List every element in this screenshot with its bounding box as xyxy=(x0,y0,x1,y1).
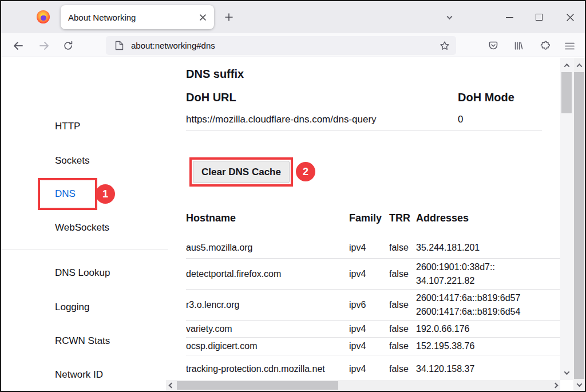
table-row: ocsp.digicert.com ipv4 false 152.195.38.… xyxy=(186,338,561,355)
page-icon xyxy=(115,41,124,50)
cell-addresses: 152.195.38.76 xyxy=(416,339,561,353)
list-all-tabs-button[interactable] xyxy=(441,9,457,25)
sidebar-item-logging[interactable]: Logging xyxy=(55,300,90,314)
cell-addresses: 35.244.181.201 xyxy=(416,241,561,255)
cell-family: ipv4 xyxy=(349,364,389,374)
table-row: detectportal.firefox.com ipv4 false 2600… xyxy=(186,259,561,290)
back-arrow-icon xyxy=(13,40,24,52)
cell-trr: false xyxy=(389,300,416,310)
sidebar-item-rcwn-stats[interactable]: RCWN Stats xyxy=(55,334,110,348)
scroll-up-icon[interactable] xyxy=(561,60,572,70)
extensions-puzzle-icon[interactable] xyxy=(536,37,553,54)
reload-icon xyxy=(63,41,73,51)
cell-hostname: variety.com xyxy=(186,324,349,334)
chevron-down-icon xyxy=(446,14,452,19)
menu-hamburger-icon[interactable] xyxy=(561,37,578,54)
cell-hostname: aus5.mozilla.org xyxy=(186,243,349,253)
firefox-logo-icon[interactable] xyxy=(37,10,50,23)
forward-arrow-icon xyxy=(38,40,50,52)
cell-family: ipv4 xyxy=(349,341,389,351)
cell-family: ipv6 xyxy=(349,300,389,310)
back-button[interactable] xyxy=(10,37,27,54)
sidebar-item-http[interactable]: HTTP xyxy=(55,120,80,133)
cell-trr: false xyxy=(389,269,416,279)
sidebar-item-network-id[interactable]: Network ID xyxy=(55,368,103,382)
reload-button[interactable] xyxy=(60,37,77,54)
annotation-box-step1 xyxy=(38,178,97,210)
url-bar[interactable]: about:networking#dns xyxy=(106,36,456,55)
cell-trr: false xyxy=(389,243,416,253)
scroll-right-icon[interactable] xyxy=(550,380,560,390)
content-horizontal-scrollbar[interactable] xyxy=(166,380,560,391)
content-vertical-scrollbar[interactable] xyxy=(560,58,573,380)
window-vertical-scrollbar[interactable] xyxy=(573,58,585,391)
column-header-addresses: Addresses xyxy=(416,211,469,225)
cell-family: ipv4 xyxy=(349,243,389,253)
minimize-icon xyxy=(506,17,513,18)
column-header-trr: TRR xyxy=(389,211,410,225)
bookmark-star-icon[interactable] xyxy=(440,41,450,51)
browser-window: About Networking about:netw xyxy=(0,0,586,392)
cell-hostname: ocsp.digicert.com xyxy=(186,341,349,351)
cell-trr: false xyxy=(389,341,416,351)
minimize-button[interactable] xyxy=(501,9,518,25)
cell-hostname: r3.o.lencr.org xyxy=(186,300,349,310)
tab-bar: About Networking xyxy=(1,1,585,33)
doh-mode-label: DoH Mode xyxy=(458,90,514,104)
dns-cache-table: aus5.mozilla.org ipv4 false 35.244.181.2… xyxy=(186,237,561,382)
section-title-dns-suffix: DNS suffix xyxy=(186,67,244,81)
table-row: r3.o.lencr.org ipv6 false 2600:1417:6a::… xyxy=(186,290,561,321)
close-icon xyxy=(567,14,574,21)
table-row: variety.com ipv4 false 192.0.66.176 xyxy=(186,321,561,338)
sidebar-item-websockets[interactable]: WebSockets xyxy=(55,221,109,235)
cell-family: ipv4 xyxy=(349,269,389,279)
cell-hostname: detectportal.firefox.com xyxy=(186,269,349,279)
plus-icon xyxy=(225,13,233,21)
maximize-icon xyxy=(536,14,543,21)
sidebar-item-sockets[interactable]: Sockets xyxy=(55,154,89,168)
url-text[interactable]: about:networking#dns xyxy=(131,41,440,50)
scrollbar-thumb[interactable] xyxy=(561,72,572,113)
sidebar-divider xyxy=(1,249,168,250)
new-tab-button[interactable] xyxy=(221,9,237,25)
sidebar-item-dns-lookup[interactable]: DNS Lookup xyxy=(55,266,110,280)
tab-title: About Networking xyxy=(68,13,196,22)
table-row: aus5.mozilla.org ipv4 false 35.244.181.2… xyxy=(186,237,561,259)
doh-mode-value: 0 xyxy=(458,113,463,126)
column-header-hostname: Hostname xyxy=(186,211,236,225)
tab-about-networking[interactable]: About Networking xyxy=(61,5,214,29)
column-header-family: Family xyxy=(349,211,382,225)
cell-addresses: 2600:1901:0:38d7::34.107.221.82 xyxy=(416,260,561,288)
scrollbar-thumb[interactable] xyxy=(177,381,338,390)
doh-url-label: DoH URL xyxy=(186,90,236,104)
tab-close-button[interactable] xyxy=(196,10,209,24)
close-window-button[interactable] xyxy=(561,9,579,25)
doh-row-divider xyxy=(186,130,542,130)
library-icon[interactable] xyxy=(510,37,527,54)
table-row: tracking-protection.cdn.mozilla.net ipv4… xyxy=(186,355,561,382)
cell-hostname: tracking-protection.cdn.mozilla.net xyxy=(186,364,349,374)
scroll-left-icon[interactable] xyxy=(166,380,176,390)
scroll-up-icon[interactable] xyxy=(574,60,584,70)
cell-trr: false xyxy=(389,364,416,374)
scroll-down-icon[interactable] xyxy=(574,379,584,390)
forward-button[interactable] xyxy=(35,37,53,54)
doh-url-value: https://mozilla.cloudflare-dns.com/dns-q… xyxy=(186,113,377,126)
scrollbar-thumb[interactable] xyxy=(574,72,584,379)
cell-addresses: 2600:1417:6a::b819:6d572600:1417:6a::b81… xyxy=(416,291,561,319)
cell-addresses: 192.0.66.176 xyxy=(416,322,561,336)
annotation-badge-step1: 1 xyxy=(96,184,115,204)
annotation-badge-step2: 2 xyxy=(296,162,315,181)
cell-addresses: 34.120.158.37 xyxy=(416,362,561,376)
cell-trr: false xyxy=(389,324,416,334)
cell-family: ipv4 xyxy=(349,324,389,334)
scroll-down-icon[interactable] xyxy=(561,367,572,378)
pocket-icon[interactable] xyxy=(485,37,502,54)
maximize-button[interactable] xyxy=(530,9,548,25)
annotation-box-step2 xyxy=(189,157,293,187)
close-icon xyxy=(200,14,206,21)
